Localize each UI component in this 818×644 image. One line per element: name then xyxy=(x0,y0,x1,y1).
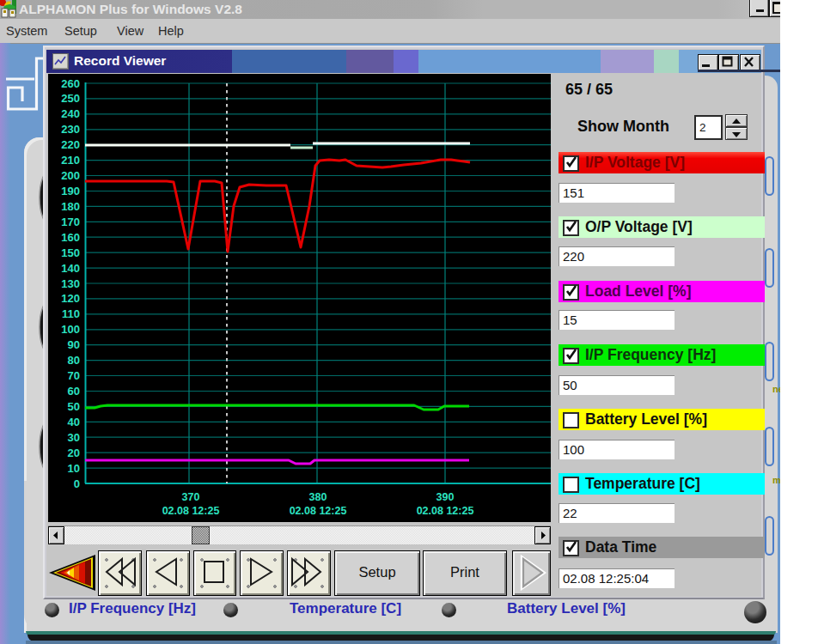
svg-text:230: 230 xyxy=(61,123,80,136)
svg-text:50: 50 xyxy=(68,400,80,413)
svg-text:190: 190 xyxy=(61,185,80,197)
svg-text:60: 60 xyxy=(68,385,80,398)
svg-text:90: 90 xyxy=(68,338,80,351)
svg-text:02.08 12:25: 02.08 12:25 xyxy=(162,505,220,517)
svg-text:100: 100 xyxy=(61,323,80,336)
svg-text:20: 20 xyxy=(68,447,80,459)
svg-text:210: 210 xyxy=(61,154,80,167)
svg-text:150: 150 xyxy=(61,246,80,259)
svg-text:30: 30 xyxy=(68,431,80,444)
svg-text:10: 10 xyxy=(68,462,80,475)
svg-text:160: 160 xyxy=(61,231,80,244)
svg-text:02.08 12:25: 02.08 12:25 xyxy=(290,505,347,517)
svg-text:220: 220 xyxy=(61,138,80,151)
svg-text:180: 180 xyxy=(61,200,80,213)
svg-text:170: 170 xyxy=(61,216,80,228)
svg-text:110: 110 xyxy=(62,307,80,320)
svg-text:260: 260 xyxy=(61,77,80,90)
svg-text:40: 40 xyxy=(68,416,80,428)
svg-text:250: 250 xyxy=(61,92,80,105)
svg-text:02.08 12:25: 02.08 12:25 xyxy=(417,505,474,517)
svg-text:130: 130 xyxy=(61,277,80,290)
svg-text:120: 120 xyxy=(61,292,80,305)
svg-text:80: 80 xyxy=(68,354,80,367)
svg-text:380: 380 xyxy=(309,491,327,503)
svg-text:390: 390 xyxy=(436,491,455,503)
svg-text:0: 0 xyxy=(74,477,80,490)
svg-text:70: 70 xyxy=(68,369,80,382)
svg-text:200: 200 xyxy=(61,169,80,182)
svg-text:370: 370 xyxy=(182,491,200,503)
svg-text:240: 240 xyxy=(61,107,80,120)
svg-text:140: 140 xyxy=(61,262,80,275)
